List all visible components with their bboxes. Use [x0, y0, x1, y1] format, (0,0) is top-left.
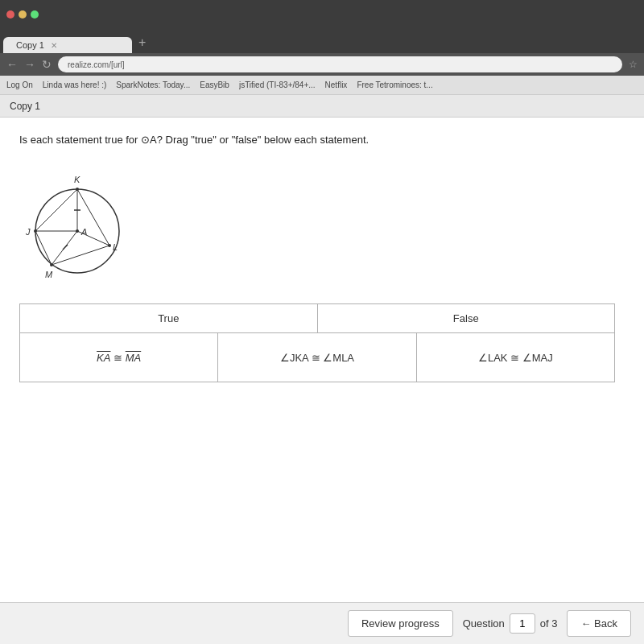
statement-2[interactable]: ∠JKA ≅ ∠MLA: [218, 333, 416, 382]
question-number-input[interactable]: [510, 613, 535, 634]
new-tab-button[interactable]: +: [132, 32, 152, 53]
bookmark-log-on[interactable]: Log On: [6, 80, 33, 89]
page-top-bar: Copy 1: [0, 95, 644, 118]
browser-top: [0, 0, 644, 29]
svg-line-16: [77, 189, 109, 246]
question-nav: Question of 3: [463, 613, 558, 634]
tab-close-icon[interactable]: ✕: [51, 41, 57, 50]
forward-nav-icon[interactable]: →: [24, 58, 35, 71]
of-label: of 3: [540, 617, 558, 630]
true-false-header: True False: [19, 303, 615, 333]
diagram-area: A K J L M: [19, 159, 124, 287]
false-column-header: False: [318, 304, 615, 332]
back-button[interactable]: ← Back: [567, 610, 631, 637]
bookmark-sparknotes[interactable]: SparkNotes: Today...: [116, 80, 190, 89]
svg-line-20: [63, 245, 68, 250]
address-bar: ← → ↻ ☆: [0, 53, 644, 76]
bottom-bar: Review progress Question of 3 ← Back: [0, 602, 644, 644]
refresh-icon[interactable]: ↻: [42, 58, 52, 71]
tab-label: Copy 1: [16, 40, 44, 50]
svg-line-18: [52, 246, 109, 265]
bookmark-icon[interactable]: ☆: [629, 59, 638, 70]
back-nav-icon[interactable]: ←: [6, 58, 18, 71]
statement-1[interactable]: KA ≅ MA: [20, 333, 218, 382]
active-tab[interactable]: Copy 1 ✕: [3, 37, 132, 53]
bookmark-linda[interactable]: Linda was here! :): [43, 80, 107, 89]
bookmark-tetrominoes[interactable]: Free Tetrominoes: t...: [357, 80, 432, 89]
question-label: Question: [463, 617, 505, 630]
main-content: Is each statement true for ⊙A? Drag "tru…: [0, 118, 644, 644]
true-column-header: True: [20, 304, 318, 332]
bookmark-easybib[interactable]: EasyBib: [200, 80, 229, 89]
bookmarks-bar: Log On Linda was here! :) SparkNotes: To…: [0, 76, 644, 95]
svg-text:K: K: [74, 175, 80, 184]
statements-row: KA ≅ MA ∠JKA ≅ ∠MLA ∠LAK ≅ ∠MAJ: [19, 333, 615, 382]
address-input[interactable]: [58, 56, 622, 72]
question-text: Is each statement true for ⊙A? Drag "tru…: [19, 134, 625, 146]
circle-diagram: A K J L M: [19, 159, 124, 287]
svg-line-13: [77, 231, 109, 246]
svg-text:M: M: [45, 270, 53, 279]
page-content: Copy 1 Is each statement true for ⊙A? Dr…: [0, 95, 644, 644]
tab-bar: Copy 1 ✕ +: [0, 29, 644, 53]
bookmark-jstified[interactable]: jsTified (TI-83+/84+...: [239, 80, 316, 89]
statement-3[interactable]: ∠LAK ≅ ∠MAJ: [417, 333, 614, 382]
svg-text:J: J: [25, 227, 31, 237]
copy-label: Copy 1: [10, 101, 40, 112]
svg-text:L: L: [113, 242, 118, 252]
svg-line-17: [35, 231, 52, 265]
review-progress-button[interactable]: Review progress: [348, 610, 453, 637]
bookmark-netflix[interactable]: Netflix: [325, 80, 348, 89]
